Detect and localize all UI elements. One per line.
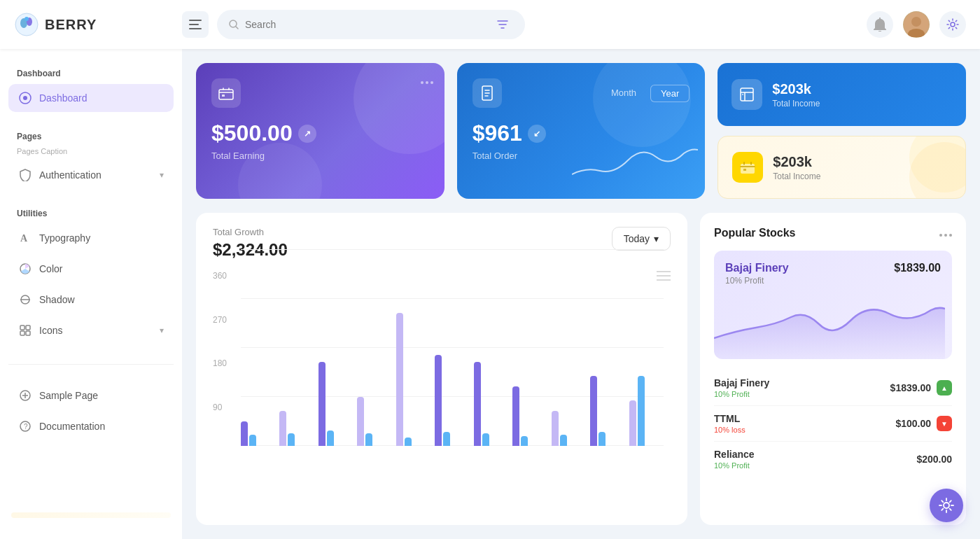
app-name: BERRY [45,17,97,33]
sidebar-item-color[interactable]: Color [8,255,174,283]
sidebar-item-dashboard[interactable]: Dashboard [8,84,174,112]
sidebar-item-authentication[interactable]: Authentication ▾ [8,161,174,189]
income-blue-label: Total Income [772,99,820,108]
chart-title: Total Growth [213,227,288,237]
stock-row-reliance: Reliance 10% Profit $200.00 [714,442,952,477]
chart-menu-icon[interactable] [657,271,671,284]
income-blue-icon [732,79,762,110]
bar-group-8 [512,386,547,446]
sidebar-divider [8,364,174,365]
documentation-icon: ? [18,419,32,433]
sidebar-section-utilities: Utilities [8,203,174,221]
icons-chevron: ▾ [160,326,164,335]
stock-price: $100.00 [895,418,931,429]
income-yellow-label: Total Income [773,172,820,181]
svg-rect-38 [742,94,743,95]
bar [598,432,606,446]
sidebar-section-pages: Pages [8,126,174,144]
bar [435,355,442,446]
earning-label: Total Earning [211,150,429,161]
svg-text:A: A [20,233,28,244]
tab-month[interactable]: Month [601,85,646,102]
earning-amount: $500.00 ↗ [211,120,429,146]
sidebar-item-shadow[interactable]: Shadow [8,286,174,314]
stock-price: $1839.00 [890,382,931,393]
bar-group-10 [590,376,624,446]
logo: BERRY [14,12,182,37]
bar [512,386,519,446]
income-yellow-info: $203k Total Income [773,154,820,181]
sidebar-bottom [8,500,174,525]
sidebar-item-typography[interactable]: A Typography [8,224,174,252]
income-yellow-amount: $203k [773,154,820,170]
bar [638,376,645,446]
search-input[interactable] [245,19,486,30]
header: BERRY [0,0,980,49]
svg-rect-40 [743,169,746,171]
stock-featured-price: $1839.00 [894,262,941,274]
today-button[interactable]: Today ▾ [612,227,671,251]
earning-menu-icon[interactable] [421,74,433,87]
bar [560,435,567,446]
stock-info-ttml: TTML 10% loss [714,413,746,434]
bar-group-9 [552,411,586,446]
avatar[interactable] [903,11,930,38]
svg-rect-22 [20,326,24,330]
bar [249,435,256,446]
sidebar-item-sample-page[interactable]: Sample Page [8,382,174,410]
svg-point-46 [949,234,952,237]
svg-point-15 [951,22,955,27]
bar-group-2 [279,411,314,446]
stock-sub: 10% Profit [714,461,755,470]
tab-year[interactable]: Year [650,85,690,102]
svg-point-34 [426,81,428,84]
bar [396,313,403,446]
svg-point-45 [944,234,947,237]
search-icon [228,19,239,30]
svg-rect-23 [26,326,30,330]
stock-up-icon: ▲ [937,380,952,396]
bar-group-4 [357,397,391,446]
svg-line-8 [236,27,238,29]
svg-rect-6 [189,28,202,29]
svg-point-13 [911,17,921,27]
notification-button[interactable] [867,11,893,38]
svg-rect-32 [222,94,225,97]
bar [552,411,559,446]
layout: Dashboard Dashboard Pages Pages Caption … [0,49,980,539]
cards-row: $500.00 ↗ Total Earning Month [196,63,966,199]
income-yellow-icon [732,152,763,183]
svg-point-33 [421,81,424,84]
stock-sub: 10% Profit [714,390,769,398]
bar [318,362,326,446]
income-blue-info: $203k Total Income [772,81,820,108]
fab-settings-button[interactable] [930,489,963,522]
stock-name: Reliance [714,449,755,460]
typography-icon: A [18,231,32,245]
bar [629,400,636,446]
order-icon-box [472,78,502,108]
icons-icon [18,323,32,337]
sidebar-item-icons[interactable]: Icons ▾ [8,316,174,344]
bar [357,397,364,446]
header-settings-button[interactable] [939,11,966,38]
stock-list: Bajaj Finery 10% Profit $1839.00 ▲ TTML … [714,370,952,477]
stock-name: Bajaj Finery [714,377,769,388]
stock-price: $200.00 [916,454,952,465]
header-right [867,11,966,38]
stock-chart-svg [714,289,945,359]
stocks-card: Popular Stocks Bajaj Finery 10% Profit $… [700,213,966,525]
filter-icon[interactable] [491,13,514,36]
bar [521,436,528,446]
svg-rect-4 [189,20,202,21]
svg-rect-25 [26,331,30,335]
chart-area: 360 270 180 90 [213,271,671,467]
stocks-menu-icon[interactable] [939,227,952,239]
bar [288,433,295,446]
svg-point-44 [939,234,942,237]
sidebar-item-documentation[interactable]: ? Documentation [8,412,174,440]
stock-info-bajaj: Bajaj Finery 10% Profit [714,377,769,398]
bottom-row: Total Growth $2,324.00 Today ▾ [196,213,966,525]
bar [590,376,597,446]
menu-button[interactable] [182,11,209,38]
